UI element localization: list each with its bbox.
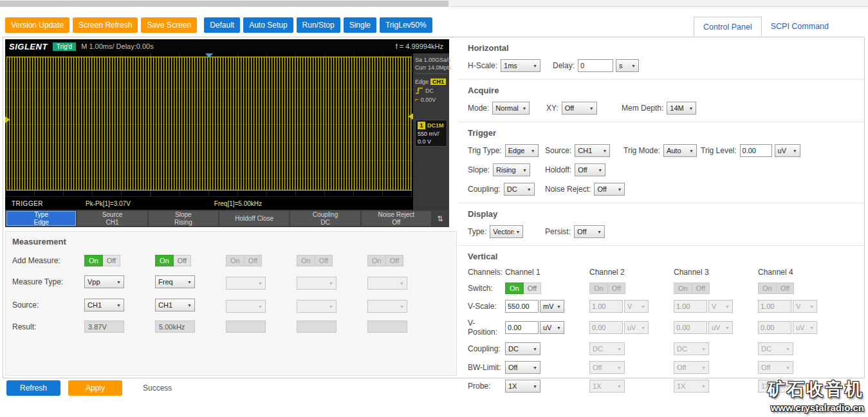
chevron-down-icon: ▼ — [588, 106, 596, 111]
refresh-button[interactable]: Refresh — [6, 380, 60, 396]
chevron-down-icon: ▼ — [186, 303, 194, 308]
frequency-readout: f = 4.99994kHz — [396, 42, 445, 50]
chevron-down-icon: ▼ — [640, 304, 648, 309]
vscale-input-ch3 — [674, 300, 707, 313]
channel-switch-toggle-3: OnOff — [674, 283, 710, 294]
probe-select-ch1[interactable]: 1X▼ — [505, 380, 540, 393]
measure-type-select-5: ▼ — [367, 277, 407, 290]
vposition-input-ch1[interactable] — [505, 321, 539, 334]
trig-level-unit-select[interactable]: uV▼ — [775, 144, 800, 157]
vscale-input-ch1[interactable] — [505, 300, 539, 313]
add-measure-toggle-1[interactable]: OnOff — [84, 255, 120, 266]
trig-type-select[interactable]: Edge▼ — [505, 144, 539, 157]
softkey-slope[interactable]: SlopeRising — [149, 211, 218, 226]
softkey-holdoff[interactable]: Holdoff Close — [219, 211, 289, 226]
siglent-logo: SIGLENT — [9, 42, 48, 51]
coupling-select-ch4: DC▼ — [758, 342, 793, 355]
trigger-position-marker-icon — [205, 53, 213, 58]
add-measure-toggle-5: OnOff — [367, 255, 403, 266]
chevron-down-icon: ▼ — [398, 281, 407, 286]
save-screen-button[interactable]: Save Screen — [141, 17, 197, 33]
trig-source-select[interactable]: CH1▼ — [575, 144, 610, 157]
menu-toggle-icon[interactable]: ⇅ — [432, 211, 448, 226]
holdoff-select[interactable]: Off▼ — [575, 163, 605, 176]
screen-refresh-button[interactable]: Screen Refresh — [73, 17, 138, 33]
trig-source-badge: CH1 — [430, 79, 446, 85]
menu-title: TRIGGER — [12, 200, 43, 207]
chevron-down-icon: ▼ — [687, 106, 696, 111]
chevron-down-icon: ▼ — [257, 304, 265, 309]
trig-mode-select[interactable]: Auto▼ — [663, 144, 697, 157]
chevron-down-icon: ▼ — [115, 303, 124, 308]
measure-type-select-4: ▼ — [297, 277, 337, 290]
tab-control-panel[interactable]: Control Panel — [694, 17, 762, 37]
measure-type-select-1[interactable]: Vpp▼ — [84, 275, 124, 288]
softkey-source[interactable]: SourceCH1 — [77, 211, 147, 226]
add-measure-toggle-2[interactable]: OnOff — [155, 255, 191, 266]
measure-source-select-2[interactable]: CH1▼ — [155, 299, 195, 311]
horizontal-section: Horizontal H-Scale: 1ms▼ Delay: s▼ — [457, 37, 864, 80]
watermark-title: 矿石收音机 — [768, 378, 864, 401]
vscale-unit-select-ch1[interactable]: mV▼ — [540, 300, 564, 313]
chevron-down-icon: ▼ — [531, 384, 540, 389]
trig-coupling-select[interactable]: DC▼ — [504, 183, 535, 196]
chevron-down-icon: ▼ — [784, 366, 793, 370]
bw-limit-label: BW-Limit: — [468, 363, 504, 372]
delay-input[interactable] — [578, 59, 613, 72]
chevron-down-icon: ▼ — [521, 168, 530, 172]
softkey-noise-reject[interactable]: Noise RejectOff — [362, 211, 431, 226]
scrollbar-thumb[interactable] — [0, 1, 448, 6]
hscale-select[interactable]: 1ms▼ — [501, 59, 540, 72]
coupling-select-ch1[interactable]: DC▼ — [505, 342, 540, 355]
default-button[interactable]: Default — [204, 17, 240, 33]
acquire-title: Acquire — [468, 86, 864, 95]
measure-source-select-1[interactable]: CH1▼ — [84, 299, 124, 311]
vscale-unit-select-ch3: V▼ — [708, 300, 733, 313]
trig-level-label: Trig Level: — [701, 146, 737, 155]
channel1-scale-readout: 550 mV/ — [418, 131, 445, 137]
noise-reject-label: Noise Reject: — [545, 185, 591, 194]
bw-limit-select-ch1[interactable]: Off▼ — [505, 361, 540, 374]
single-button[interactable]: Single — [344, 17, 376, 33]
measure-source-label: Source: — [12, 301, 81, 310]
vposition-input-ch4 — [758, 321, 791, 334]
run-stop-button[interactable]: Run/Stop — [297, 17, 340, 33]
vposition-unit-select-ch1[interactable]: uV▼ — [540, 321, 564, 334]
channel3-header: Channel 3 — [674, 268, 758, 277]
slope-select[interactable]: Rising▼ — [493, 163, 530, 176]
bw-limit-select-ch2: Off▼ — [589, 361, 625, 374]
measure-type-label: Measure Type: — [12, 277, 81, 286]
toolbar: Version Update Screen Refresh Save Scree… — [5, 17, 432, 33]
control-panel: Horizontal H-Scale: 1ms▼ Delay: s▼ Acqui… — [457, 37, 864, 378]
display-type-select[interactable]: Vectors▼ — [490, 225, 523, 238]
auto-setup-button[interactable]: Auto Setup — [243, 17, 293, 33]
result-field-5 — [367, 320, 407, 333]
chevron-down-icon: ▼ — [186, 280, 194, 284]
tab-scpi-command[interactable]: SCPI Command — [762, 17, 838, 36]
apply-button[interactable]: Apply — [68, 380, 122, 396]
delay-unit-select[interactable]: s▼ — [616, 59, 639, 72]
chevron-down-icon: ▼ — [616, 347, 624, 351]
display-title: Display — [468, 209, 864, 219]
scope-screen[interactable]: SIGLENT Trig'd M 1.00ms/ Delay:0.00s f =… — [5, 39, 449, 227]
freq-measure-readout: Freq[1]=5.00kHz — [214, 200, 262, 207]
result-field-2: 5.00kHz — [155, 320, 195, 333]
softkey-coupling[interactable]: CouplingDC — [290, 211, 360, 226]
measure-source-select-4: ▼ — [297, 300, 337, 313]
coupling-select-ch3: DC▼ — [674, 342, 709, 355]
result-field-1: 3.87V — [84, 320, 124, 333]
softkey-type[interactable]: TypeEdge — [6, 211, 76, 226]
acquire-mode-select[interactable]: Normal▼ — [492, 102, 530, 115]
holdoff-label: Holdoff: — [545, 165, 571, 174]
persist-select[interactable]: Off▼ — [574, 225, 605, 238]
mem-depth-select[interactable]: 14M▼ — [667, 102, 696, 115]
channel-switch-toggle-4: OnOff — [758, 283, 794, 294]
version-update-button[interactable]: Version Update — [5, 17, 69, 33]
channel-switch-toggle-1[interactable]: OnOff — [505, 283, 541, 294]
measure-type-select-2[interactable]: Freq▼ — [155, 275, 195, 288]
chevron-down-icon: ▼ — [526, 187, 534, 192]
noise-reject-select[interactable]: Off▼ — [594, 183, 625, 196]
xy-select[interactable]: Off▼ — [562, 102, 597, 115]
trig-level-input[interactable] — [740, 144, 772, 157]
triglev50-button[interactable]: TrigLev50% — [380, 17, 432, 33]
